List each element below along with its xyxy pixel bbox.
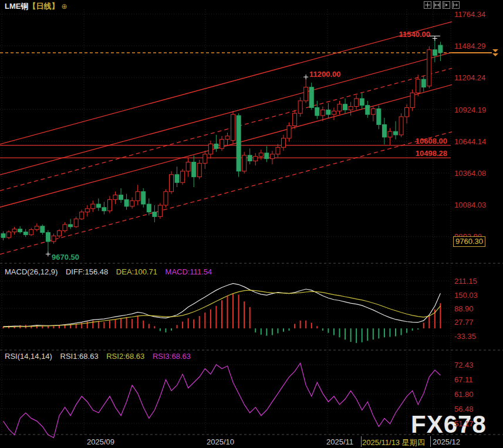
candle-body (40, 226, 45, 233)
trend-line (0, 84, 452, 207)
date-axis-tick (430, 436, 431, 447)
date-axis-tick (361, 436, 362, 447)
candle-body (113, 195, 117, 200)
date-axis-label: 2025/11 (326, 437, 353, 446)
candle-body (63, 225, 67, 231)
candle-body (282, 138, 286, 147)
candle-body (170, 175, 174, 192)
candle-body (366, 106, 370, 114)
candle-body (382, 125, 386, 137)
pane-expand-icon[interactable] (452, 1, 460, 9)
candle-body (124, 199, 129, 206)
trend-line (0, 52, 452, 175)
candle-body (287, 126, 291, 138)
crosshair-tool-icon[interactable] (424, 1, 431, 9)
price-axis-tick: 10084.03 (454, 201, 486, 209)
chart-app: LME铜【日线】⊕ MACD(26,12,9) DIFF:156.48 DEA:… (0, 0, 503, 448)
candle-body (416, 79, 420, 93)
rsi-axis-tick: 61.80 (454, 390, 474, 399)
rsi-axis-tick: 56.48 (454, 405, 474, 413)
candle-body (130, 201, 134, 206)
candle-body (12, 229, 16, 232)
price-axis-tick: 10364.08 (454, 169, 486, 178)
candle-body (427, 50, 431, 86)
rsi-axis-tick: 51.17 (454, 419, 474, 428)
symbol-name: LME铜 (5, 2, 28, 11)
macd-macd-value: MACD:111.54 (166, 267, 212, 276)
chart-toolbar (424, 1, 460, 9)
fx678-watermark: FX678 (411, 410, 487, 439)
candle-body (69, 225, 73, 227)
rsi-axis-tick: 67.11 (454, 375, 473, 384)
candle-body (242, 155, 247, 171)
macd-axis-tick: 88.90 (454, 304, 474, 313)
candle-body (371, 108, 375, 114)
macd-axis-tick: 150.03 (454, 291, 478, 300)
candle-body (320, 110, 325, 116)
candle-body (237, 116, 241, 171)
x-axis-range-icon[interactable] (433, 1, 441, 9)
candle-body (119, 195, 123, 200)
candle-body (192, 162, 196, 177)
candle-body (23, 232, 28, 235)
candle-body (270, 154, 274, 159)
candle-body (377, 108, 381, 124)
candle-body (355, 99, 359, 107)
support-line-label: 10498.28 (406, 149, 447, 158)
macd-axis-tick: 27.77 (454, 318, 474, 327)
chart-title: LME铜【日线】⊕ (5, 1, 67, 12)
candle-body (175, 175, 179, 183)
candle-body (136, 192, 140, 201)
candle-body (410, 93, 414, 107)
price-annotation: 11540.00 (383, 30, 430, 39)
candle-body (349, 107, 353, 110)
candle-body (7, 232, 11, 237)
rsi-indicator-name: RSI(14,14,14) (5, 352, 52, 361)
date-axis-label: 2025/12 (433, 437, 460, 446)
candle-body (96, 204, 100, 208)
chart-canvas[interactable] (0, 0, 503, 448)
candle-body (225, 136, 229, 140)
candle-body (46, 232, 50, 241)
price-marker-icon (492, 49, 498, 56)
candle-body (360, 99, 364, 106)
period-label: 【日线】 (28, 2, 59, 11)
candle-body (265, 153, 269, 159)
candle-body (276, 147, 280, 154)
candle-body (337, 104, 342, 111)
candle-body (254, 157, 258, 161)
candle-body (259, 153, 263, 157)
candle-body (153, 212, 157, 217)
rsi-line (4, 363, 441, 437)
candle-body (197, 163, 201, 177)
candle-body (102, 208, 106, 211)
candle-body (298, 101, 302, 113)
candle-body (35, 226, 39, 230)
price-annotation: 9670.50 (52, 253, 79, 262)
candle-body (388, 131, 392, 137)
auto-scale-icon[interactable] (443, 1, 450, 9)
circle-plus-icon[interactable]: ⊕ (61, 2, 67, 11)
candle-body (141, 192, 146, 204)
price-axis-tick: 10924.19 (454, 106, 486, 114)
candle-body (214, 144, 218, 148)
price-axis-tick: 11204.24 (454, 73, 485, 82)
candle-body (29, 230, 33, 235)
candle-body (58, 231, 62, 236)
candle-body (332, 111, 336, 114)
candle-body (315, 108, 319, 116)
macd-header: MACD(26,12,9) DIFF:156.48 DEA:100.71 MAC… (5, 267, 218, 276)
date-axis-label: 2025/10 (207, 437, 234, 446)
macd-dea-value: DEA:100.71 (116, 267, 157, 276)
candle-body (80, 212, 84, 219)
price-axis-tick: 11484.29 (454, 42, 485, 50)
rsi1-value: RSI1:68.63 (60, 352, 99, 361)
candle-body (399, 117, 403, 135)
candle-body (293, 113, 297, 125)
date-axis-label: 2025/09 (87, 437, 114, 446)
price-axis-tick: 10644.14 (454, 137, 486, 146)
macd-axis-tick: -33.35 (454, 332, 476, 341)
candle-body (405, 108, 409, 117)
last-close-tag: 9760.30 (453, 236, 485, 247)
candle-body (91, 204, 95, 209)
